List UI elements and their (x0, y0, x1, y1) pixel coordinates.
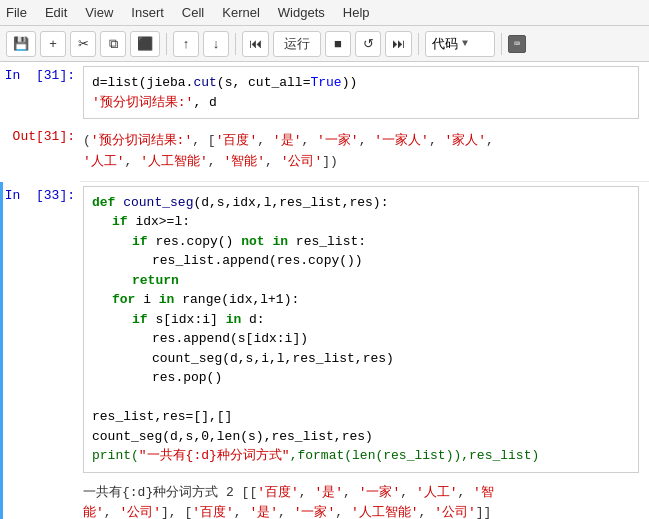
down-icon: ↓ (213, 36, 220, 51)
menu-insert[interactable]: Insert (131, 5, 164, 20)
separator-4 (501, 33, 502, 55)
code-if1-line: if idx>=l: (112, 212, 630, 232)
cell-31-code[interactable]: d=list(jieba.cut(s, cut_all=True)) '预分切词… (83, 66, 639, 119)
keyboard-icon: ⌨ (514, 39, 520, 50)
menu-view[interactable]: View (85, 5, 113, 20)
cut-icon: ✂ (78, 36, 89, 51)
separator-3 (418, 33, 419, 55)
code-call-line: count_seg(d,s,0,len(s),res_list,res) (92, 427, 630, 447)
cell-33-content: def count_seg(d,s,idx,l,res_list,res): i… (83, 186, 649, 519)
run-button[interactable]: 运行 (273, 31, 321, 57)
code-append1-line: res_list.append(res.copy()) (152, 251, 630, 271)
menu-cell[interactable]: Cell (182, 5, 204, 20)
dropdown-arrow-icon: ▼ (462, 38, 468, 49)
move-down-button[interactable]: ↓ (203, 31, 229, 57)
code-blank-line (92, 388, 630, 408)
cell-31-out-label: Out[31]: (3, 127, 83, 177)
menu-kernel[interactable]: Kernel (222, 5, 260, 20)
menu-edit[interactable]: Edit (45, 5, 67, 20)
code-def-line: def count_seg(d,s,idx,l,res_list,res): (92, 193, 630, 213)
stop-button[interactable]: ■ (325, 31, 351, 57)
separator-1 (166, 33, 167, 55)
cell-33-label: In [33]: (3, 186, 83, 519)
save-button[interactable]: 💾 (6, 31, 36, 57)
cell-33-output: 一共有{:d}种分词方式 2 [['百度', '是', '一家', '人工', … (83, 479, 639, 519)
prev-icon: ⏮ (249, 36, 262, 51)
code-for-line: for i in range(idx,l+1): (112, 290, 630, 310)
keyboard-button[interactable]: ⌨ (508, 35, 526, 53)
cell-31-out-content: ('预分切词结果:', ['百度', '是', '一家', '一家人', '家人… (83, 127, 649, 177)
run-label: 运行 (284, 35, 310, 53)
cell-type-label: 代码 (432, 35, 458, 53)
cell-31-input[interactable]: In [31]: d=list(jieba.cut(s, cut_all=Tru… (0, 62, 649, 123)
plus-icon: + (49, 36, 57, 51)
separator-2 (235, 33, 236, 55)
cell-33-code[interactable]: def count_seg(d,s,idx,l,res_list,res): i… (83, 186, 639, 473)
code-return-line: return (132, 271, 630, 291)
cell-31-content: d=list(jieba.cut(s, cut_all=True)) '预分切词… (83, 66, 649, 119)
code-print-line: print("一共有{:d}种分词方式",format(len(res_list… (92, 446, 630, 466)
code-init-line: res_list,res=[],[] (92, 407, 630, 427)
code-if3-line: if s[idx:i] in d: (132, 310, 630, 330)
cut-button[interactable]: ✂ (70, 31, 96, 57)
fastforward-icon: ⏭ (392, 36, 405, 51)
code-append2-line: res.append(s[idx:i]) (152, 329, 630, 349)
code-if2-line: if res.copy() not in res_list: (132, 232, 630, 252)
cell-31-label: In [31]: (3, 66, 83, 119)
notebook[interactable]: In [31]: d=list(jieba.cut(s, cut_all=Tru… (0, 62, 649, 519)
paste-button[interactable]: ⬛ (130, 31, 160, 57)
restart-button[interactable]: ↺ (355, 31, 381, 57)
code-line-1: d=list(jieba.cut(s, cut_all=True)) (92, 73, 630, 93)
up-icon: ↑ (183, 36, 190, 51)
cell-33-input[interactable]: In [33]: def count_seg(d,s,idx,l,res_lis… (0, 182, 649, 519)
cell-type-dropdown[interactable]: 代码 ▼ (425, 31, 495, 57)
cell-31-output: Out[31]: ('预分切词结果:', ['百度', '是', '一家', '… (0, 123, 649, 181)
save-icon: 💾 (13, 36, 29, 51)
add-cell-button[interactable]: + (40, 31, 66, 57)
move-up-button[interactable]: ↑ (173, 31, 199, 57)
code-count-seg-line: count_seg(d,s,i,l,res_list,res) (152, 349, 630, 369)
paste-icon: ⬛ (137, 36, 153, 51)
stop-icon: ■ (334, 36, 342, 51)
copy-icon: ⧉ (109, 36, 118, 52)
restart-icon: ↺ (363, 36, 374, 51)
menubar: File Edit View Insert Cell Kernel Widget… (0, 0, 649, 26)
code-line-2: '预分切词结果:', d (92, 93, 630, 113)
menu-file[interactable]: File (6, 5, 27, 20)
fastforward-button[interactable]: ⏭ (385, 31, 412, 57)
cell-31-output-text: ('预分切词结果:', ['百度', '是', '一家', '一家人', '家人… (83, 127, 639, 177)
prev-button[interactable]: ⏮ (242, 31, 269, 57)
menu-widgets[interactable]: Widgets (278, 5, 325, 20)
code-pop-line: res.pop() (152, 368, 630, 388)
toolbar: 💾 + ✂ ⧉ ⬛ ↑ ↓ ⏮ 运行 ■ ↺ ⏭ 代码 ▼ ⌨ (0, 26, 649, 62)
copy-button[interactable]: ⧉ (100, 31, 126, 57)
menu-help[interactable]: Help (343, 5, 370, 20)
